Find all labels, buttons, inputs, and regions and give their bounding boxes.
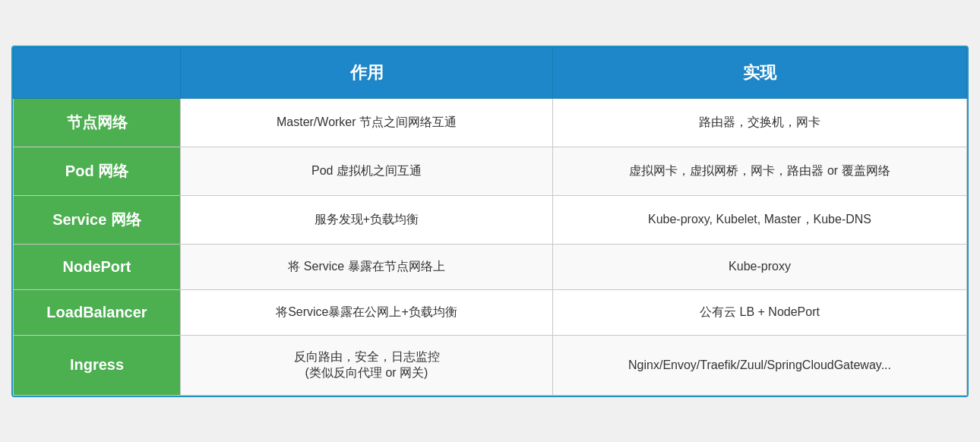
row-name-cell: LoadBalancer <box>14 289 181 335</box>
row-implementation-cell: 路由器，交换机，网卡 <box>553 98 967 147</box>
row-name-cell: Pod 网络 <box>14 147 181 195</box>
row-purpose-cell: 服务发现+负载均衡 <box>181 195 553 244</box>
row-name-cell: NodePort <box>14 244 181 289</box>
row-name-cell: Ingress <box>14 335 181 395</box>
row-purpose-cell: 将Service暴露在公网上+负载均衡 <box>181 289 553 335</box>
col-header-implementation: 实现 <box>553 47 967 98</box>
row-name-cell: Service 网络 <box>14 195 181 244</box>
row-name-cell: 节点网络 <box>14 98 181 147</box>
table-row: NodePort将 Service 暴露在节点网络上Kube-proxy <box>14 244 967 289</box>
table-row: 节点网络Master/Worker 节点之间网络互通路由器，交换机，网卡 <box>14 98 967 147</box>
col-header-name <box>14 47 181 98</box>
row-implementation-cell: Nginx/Envoy/Traefik/Zuul/SpringCloudGate… <box>553 335 967 395</box>
row-implementation-cell: 虚拟网卡，虚拟网桥，网卡，路由器 or 覆盖网络 <box>553 147 967 195</box>
row-purpose-cell: Pod 虚拟机之间互通 <box>181 147 553 195</box>
table-row: Pod 网络Pod 虚拟机之间互通虚拟网卡，虚拟网桥，网卡，路由器 or 覆盖网… <box>14 147 967 195</box>
col-header-purpose: 作用 <box>181 47 553 98</box>
row-purpose-cell: 反向路由，安全，日志监控(类似反向代理 or 网关) <box>181 335 553 395</box>
row-implementation-cell: Kube-proxy, Kubelet, Master，Kube-DNS <box>553 195 967 244</box>
table-row: Service 网络服务发现+负载均衡Kube-proxy, Kubelet, … <box>14 195 967 244</box>
row-implementation-cell: Kube-proxy <box>553 244 967 289</box>
row-purpose-cell: 将 Service 暴露在节点网络上 <box>181 244 553 289</box>
row-purpose-cell: Master/Worker 节点之间网络互通 <box>181 98 553 147</box>
table-row: Ingress反向路由，安全，日志监控(类似反向代理 or 网关)Nginx/E… <box>14 335 967 395</box>
row-implementation-cell: 公有云 LB + NodePort <box>553 289 967 335</box>
table-row: LoadBalancer将Service暴露在公网上+负载均衡公有云 LB + … <box>14 289 967 335</box>
network-comparison-table: 作用 实现 节点网络Master/Worker 节点之间网络互通路由器，交换机，… <box>11 46 969 397</box>
